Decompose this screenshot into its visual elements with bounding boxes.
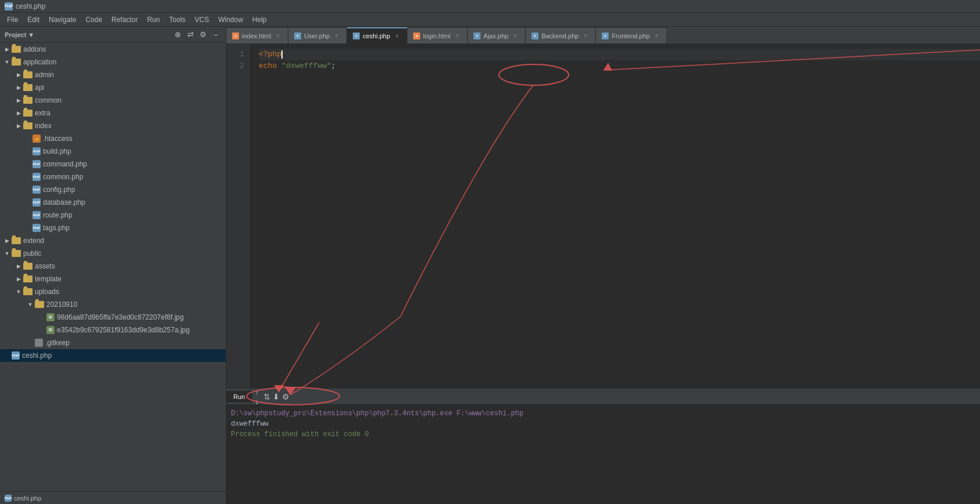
tree-item-tags-php[interactable]: PHP tags.php: [0, 222, 226, 234]
tree-item-command-php[interactable]: PHP command.php: [0, 158, 226, 171]
echo-keyword: echo: [259, 60, 281, 72]
sidebar-sync-icon[interactable]: ⇄: [185, 30, 196, 40]
output-export-icon[interactable]: ⬇: [273, 392, 280, 401]
tree-item-htaccess[interactable]: ⚡ .htaccess: [0, 132, 226, 145]
tree-item-api[interactable]: ▶ api: [0, 81, 226, 94]
php-file-icon-database: PHP: [32, 198, 41, 206]
tree-item-ceshi-php[interactable]: PHP ceshi.php: [0, 349, 226, 362]
tab-close-ajax-php[interactable]: ×: [511, 32, 519, 40]
tree-label-uploads: uploads: [35, 288, 59, 296]
tree-item-assets[interactable]: ▶ assets: [0, 260, 226, 273]
folder-icon-api: [23, 84, 32, 91]
sidebar-add-icon[interactable]: ⊕: [172, 30, 183, 40]
tree-label-config-php: config.php: [43, 186, 75, 194]
code-lines[interactable]: <?php echo "dxwefffww";: [249, 44, 980, 388]
tree-item-database-php[interactable]: PHP database.php: [0, 196, 226, 209]
tab-frontend-php[interactable]: P Frontend.php ×: [596, 27, 667, 43]
tree-label-ceshi-php: ceshi.php: [22, 351, 52, 360]
menu-code[interactable]: Code: [81, 14, 107, 25]
tab-login-html[interactable]: H login.html ×: [407, 27, 468, 43]
tree-arrow-common: ▶: [14, 97, 23, 103]
php-file-icon-common: PHP: [32, 173, 41, 181]
tab-label-backend-php: Backend.php: [541, 32, 578, 39]
tree-arrow-extend: ▶: [2, 238, 12, 244]
tab-label-user-php: User.php: [304, 32, 330, 39]
file-tree: ▶ addons ▼ application ▶ admin ▶ api: [0, 43, 226, 491]
menu-bar: File Edit Navigate Code Refactor Run Too…: [0, 13, 980, 27]
sidebar-header-icons: ⊕ ⇄ ⚙ –: [172, 30, 221, 40]
tree-item-application[interactable]: ▼ application: [0, 56, 226, 68]
tree-arrow-extra: ▶: [14, 110, 23, 116]
menu-file[interactable]: File: [2, 14, 23, 25]
code-line-2: echo "dxwefffww";: [259, 60, 980, 72]
tab-close-login-html[interactable]: ×: [453, 32, 461, 40]
tree-label-command-php: command.php: [43, 160, 87, 168]
sidebar-collapse-icon[interactable]: –: [211, 30, 221, 40]
tree-item-extend[interactable]: ▶ extend: [0, 234, 226, 247]
tree-label-extend: extend: [23, 237, 44, 245]
tree-item-build-php[interactable]: PHP build.php: [0, 145, 226, 158]
tree-label-index: index: [35, 122, 52, 130]
tab-close-user-php[interactable]: ×: [332, 32, 341, 40]
tree-item-common[interactable]: ▶ common: [0, 94, 226, 107]
output-tab-run[interactable]: Run: [226, 391, 252, 403]
tree-item-admin[interactable]: ▶ admin: [0, 68, 226, 81]
menu-run[interactable]: Run: [142, 14, 164, 25]
folder-icon-admin: [23, 71, 32, 78]
folder-icon-uploads: [23, 288, 32, 295]
tree-label-database-php: database.php: [43, 198, 85, 206]
tab-index-html[interactable]: H index.html ×: [226, 27, 288, 43]
tab-close-index-html[interactable]: ×: [274, 32, 282, 40]
sidebar-settings-icon[interactable]: ⚙: [198, 30, 208, 40]
tree-item-img1[interactable]: 🖼 98d6aa87d9b5ffa7e3ed0c872207ef8f.jpg: [0, 311, 226, 324]
tree-item-gitkeep[interactable]: .gitkeep: [0, 336, 226, 349]
tree-item-route-php[interactable]: PHP route.php: [0, 209, 226, 222]
output-scroll-up[interactable]: ↑: [255, 388, 259, 396]
php-file-icon-ceshi: PHP: [12, 351, 20, 360]
menu-navigate[interactable]: Navigate: [44, 14, 81, 25]
menu-tools[interactable]: Tools: [164, 14, 190, 25]
main-layout: Project ▼ ⊕ ⇄ ⚙ – ▶ addons ▼ application: [0, 27, 980, 504]
menu-window[interactable]: Window: [214, 14, 248, 25]
tab-label-ceshi-php: ceshi.php: [363, 32, 390, 39]
htaccess-file-icon: ⚡: [32, 135, 41, 143]
tree-item-config-php[interactable]: PHP config.php: [0, 183, 226, 196]
tab-close-frontend-php[interactable]: ×: [653, 32, 661, 40]
php-open-tag: <?php: [259, 49, 281, 60]
menu-refactor[interactable]: Refactor: [107, 14, 142, 25]
menu-help[interactable]: Help: [248, 14, 272, 25]
tree-item-public[interactable]: ▼ public: [0, 247, 226, 260]
output-sort-icon[interactable]: ⇅: [263, 392, 270, 401]
code-editor[interactable]: 1 2 <?php echo "dxwefffww"; Run: [226, 44, 980, 504]
tab-user-php[interactable]: P User.php ×: [288, 27, 347, 43]
menu-edit[interactable]: Edit: [23, 14, 44, 25]
folder-icon-index: [23, 122, 32, 129]
sidebar-project-label: Project ▼: [5, 31, 34, 38]
output-scroll-down[interactable]: ↓: [255, 397, 259, 405]
tree-item-extra[interactable]: ▶ extra: [0, 107, 226, 119]
tree-arrow-assets: ▶: [14, 263, 23, 269]
tab-icon-frontend-php: P: [602, 32, 609, 39]
tree-item-common-php[interactable]: PHP common.php: [0, 171, 226, 183]
tab-ceshi-php[interactable]: P ceshi.php ×: [347, 27, 407, 43]
tree-label-assets: assets: [35, 262, 55, 270]
tree-item-uploads[interactable]: ▼ uploads: [0, 285, 226, 298]
tree-item-20210910[interactable]: ▼ 20210910: [0, 298, 226, 311]
tab-close-backend-php[interactable]: ×: [581, 32, 590, 40]
tree-label-template: template: [35, 275, 62, 283]
tree-item-index[interactable]: ▶ index: [0, 119, 226, 132]
line-numbers: 1 2: [226, 44, 249, 388]
output-settings-icon[interactable]: ⚙: [282, 392, 290, 401]
tab-ajax-php[interactable]: P Ajax.php ×: [468, 27, 526, 43]
php-file-icon-route: PHP: [32, 211, 41, 219]
code-line-1: <?php: [259, 49, 980, 60]
tree-item-addons[interactable]: ▶ addons: [0, 43, 226, 56]
tree-item-img2[interactable]: 🖼 e3542b9c6792581f9163dd9e3d8b257a.jpg: [0, 324, 226, 336]
menu-vcs[interactable]: VCS: [190, 14, 214, 25]
tab-backend-php[interactable]: P Backend.php ×: [526, 27, 596, 43]
output-content: D:\sw\phpstudy_pro\Extensions\php\php7.3…: [226, 405, 980, 504]
tree-label-img2: e3542b9c6792581f9163dd9e3d8b257a.jpg: [57, 326, 190, 334]
tree-item-template[interactable]: ▶ template: [0, 273, 226, 285]
tab-close-ceshi-php[interactable]: ×: [393, 32, 401, 40]
folder-icon-application: [12, 59, 21, 66]
